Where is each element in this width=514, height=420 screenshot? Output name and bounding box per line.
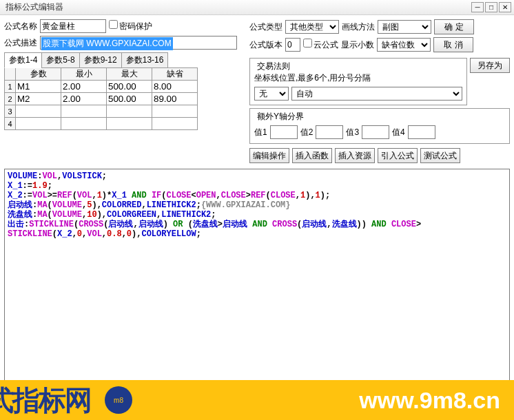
insert-res-button[interactable]: 插入资源 <box>335 148 375 163</box>
test-formula-button[interactable]: 测试公式 <box>420 148 460 163</box>
banner-logo-icon: m8 <box>105 386 132 414</box>
trade-rule-hint: 坐标线位置,最多6个,用分号分隔 <box>254 72 462 84</box>
edit-op-button[interactable]: 编辑操作 <box>249 148 289 163</box>
axis-v4-input[interactable] <box>408 125 435 139</box>
axis-v2-input[interactable] <box>316 125 343 139</box>
draw-method-select[interactable]: 副图 <box>378 20 431 34</box>
param-max[interactable] <box>107 105 152 117</box>
decimal-select[interactable]: 缺省位数 <box>377 38 431 52</box>
param-name[interactable] <box>16 118 61 129</box>
decimal-label: 显示小数 <box>341 39 374 51</box>
ok-button[interactable]: 确 定 <box>434 19 474 34</box>
formula-name-label: 公式名称 <box>4 21 37 32</box>
cloud-checkbox-label[interactable]: 云公式 <box>303 39 338 51</box>
trade-rule-select1[interactable]: 无 <box>254 87 289 101</box>
banner-url: www.9m8.cn <box>359 387 500 414</box>
tab-params-1-4[interactable]: 参数1-4 <box>4 52 42 68</box>
tab-params-5-8[interactable]: 参数5-8 <box>41 52 79 68</box>
code-editor[interactable]: VOLUME:VOL,VOLSTICK;X_1:=1.9;X_2:=VOL>=R… <box>4 169 510 389</box>
trade-rule-select2[interactable]: 自动 <box>291 87 462 101</box>
formula-name-input[interactable] <box>40 19 106 33</box>
extra-axis-legend: 额外Y轴分界 <box>254 111 307 123</box>
param-row: 2 <box>5 93 198 105</box>
insert-fn-button[interactable]: 插入函数 <box>292 148 332 163</box>
param-row: 1 <box>5 81 198 93</box>
param-tabs: 参数1-4 参数5-8 参数9-12 参数13-16 <box>4 52 245 68</box>
param-name[interactable] <box>16 81 61 92</box>
param-name[interactable] <box>16 93 61 105</box>
window-title: 指标公式编辑器 <box>3 1 470 13</box>
axis-v3-input[interactable] <box>362 125 389 139</box>
password-checkbox-label[interactable]: 密码保护 <box>109 20 152 32</box>
cancel-button[interactable]: 取 消 <box>433 37 473 52</box>
close-button[interactable]: ✕ <box>499 2 511 12</box>
titlebar: 指标公式编辑器 ─ □ ✕ <box>0 0 514 15</box>
formula-type-select[interactable]: 其他类型 <box>285 20 339 34</box>
formula-type-label: 公式类型 <box>249 21 282 33</box>
param-def[interactable] <box>152 81 197 92</box>
trade-rule-legend: 交易法则 <box>254 61 293 72</box>
param-max[interactable] <box>107 81 152 92</box>
cloud-checkbox[interactable] <box>303 39 312 48</box>
formula-desc-input[interactable]: 股票下载网 WWW.GPXIAZAI.COM <box>40 36 237 50</box>
import-formula-button[interactable]: 引入公式 <box>378 148 418 163</box>
tab-params-13-16[interactable]: 参数13-16 <box>121 52 169 68</box>
param-min[interactable] <box>61 81 106 92</box>
param-max[interactable] <box>107 118 152 129</box>
trade-rule-group: 交易法则 坐标线位置,最多6个,用分号分隔 无 自动 <box>249 58 467 105</box>
param-max[interactable] <box>107 93 152 105</box>
param-row: 4 <box>5 118 198 130</box>
param-name[interactable] <box>16 105 61 117</box>
version-input[interactable] <box>285 38 300 52</box>
watermark-banner: 式指标网 m8 www.9m8.cn <box>0 380 514 420</box>
param-min[interactable] <box>61 118 106 129</box>
minimize-button[interactable]: ─ <box>471 2 484 12</box>
password-checkbox[interactable] <box>109 20 118 29</box>
param-min[interactable] <box>61 105 106 117</box>
param-def[interactable] <box>152 105 197 117</box>
formula-desc-label: 公式描述 <box>4 37 37 49</box>
banner-left-text: 式指标网 <box>0 381 91 419</box>
extra-axis-group: 额外Y轴分界 值1 值2 值3 值4 <box>249 108 510 144</box>
param-def[interactable] <box>152 93 197 105</box>
draw-method-label: 画线方法 <box>342 21 375 33</box>
axis-v1-input[interactable] <box>270 125 298 139</box>
param-row: 3 <box>5 105 198 118</box>
param-table: 参数最小最大缺省 1 2 3 4 <box>4 67 198 130</box>
save-as-button[interactable]: 另存为 <box>470 58 510 73</box>
tab-params-9-12[interactable]: 参数9-12 <box>79 52 122 68</box>
maximize-button[interactable]: □ <box>485 2 497 12</box>
version-label: 公式版本 <box>249 39 282 51</box>
param-def[interactable] <box>152 118 197 129</box>
param-min[interactable] <box>61 93 106 105</box>
